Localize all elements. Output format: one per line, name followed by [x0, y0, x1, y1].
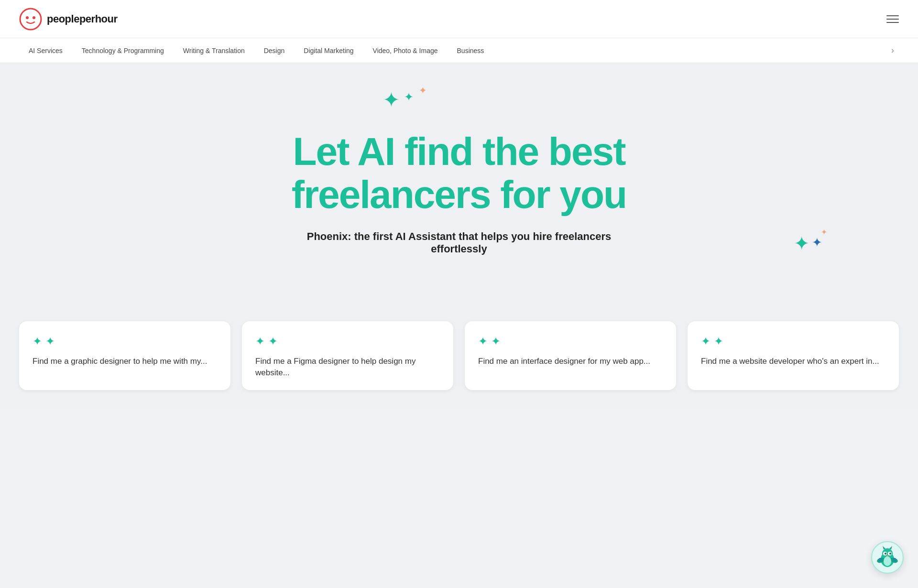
nav-chevron-right[interactable]: › — [886, 45, 899, 55]
card-4-text: Find me a website developer who's an exp… — [701, 356, 885, 367]
card-4[interactable]: ✦ ✦ Find me a website developer who's an… — [688, 321, 899, 390]
nav-item-writing[interactable]: Writing & Translation — [174, 38, 254, 63]
card-2[interactable]: ✦ ✦ Find me a Figma designer to help des… — [242, 321, 453, 390]
card-3-sparkle-icon: ✦ ✦ — [478, 335, 663, 348]
sparkle-group-top: ✦ ✦ ✦ — [382, 89, 414, 110]
nav-item-video[interactable]: Video, Photo & Image — [363, 38, 448, 63]
card-2-text: Find me a Figma designer to help design … — [255, 356, 440, 379]
card-2-sparkle-icon: ✦ ✦ — [255, 335, 440, 348]
category-nav: AI Services Technology & Programming Wri… — [0, 38, 918, 63]
hamburger-line-1 — [886, 15, 899, 16]
hero-title: Let AI find the best freelancers for you — [196, 130, 722, 216]
card-3-text: Find me an interface designer for my web… — [478, 356, 663, 367]
cards-section: ✦ ✦ Find me a graphic designer to help m… — [0, 312, 918, 409]
logo-text: peopleperhour — [47, 13, 118, 25]
sparkle-teal-small-icon: ✦ — [404, 91, 414, 103]
nav-item-design[interactable]: Design — [254, 38, 295, 63]
hamburger-line-3 — [886, 22, 899, 23]
svg-point-0 — [20, 9, 41, 30]
hero-subtitle: Phoenix: the first AI Assistant that hel… — [292, 230, 626, 255]
card-1-sparkle-icon: ✦ ✦ — [33, 335, 217, 348]
nav-item-ai-services[interactable]: AI Services — [19, 38, 72, 63]
nav-item-technology[interactable]: Technology & Programming — [72, 38, 174, 63]
sparkle-blue-br-icon: ✦ — [812, 235, 822, 250]
svg-point-1 — [26, 16, 29, 19]
card-3[interactable]: ✦ ✦ Find me an interface designer for my… — [465, 321, 676, 390]
nav-item-digital-marketing[interactable]: Digital Marketing — [294, 38, 363, 63]
logo[interactable]: peopleperhour — [19, 8, 118, 31]
svg-point-2 — [33, 16, 35, 19]
card-1-text: Find me a graphic designer to help me wi… — [33, 356, 217, 367]
logo-icon — [19, 8, 42, 31]
sparkle-teal-br-icon: ✦ — [794, 232, 810, 254]
sparkle-peach-br-icon: ✦ — [821, 228, 827, 237]
nav-item-business[interactable]: Business — [448, 38, 494, 63]
site-header: peopleperhour — [0, 0, 918, 38]
card-4-sparkle-icon: ✦ ✦ — [701, 335, 885, 348]
hamburger-menu[interactable] — [886, 15, 899, 23]
hamburger-line-2 — [886, 19, 899, 20]
sparkle-group-bottom-right: ✦ ✦ ✦ — [794, 232, 822, 254]
hero-section: ✦ ✦ ✦ Let AI find the best freelancers f… — [0, 63, 918, 312]
sparkle-teal-large-icon: ✦ — [382, 89, 400, 110]
card-1[interactable]: ✦ ✦ Find me a graphic designer to help m… — [19, 321, 230, 390]
sparkle-peach-icon: ✦ — [419, 86, 427, 95]
